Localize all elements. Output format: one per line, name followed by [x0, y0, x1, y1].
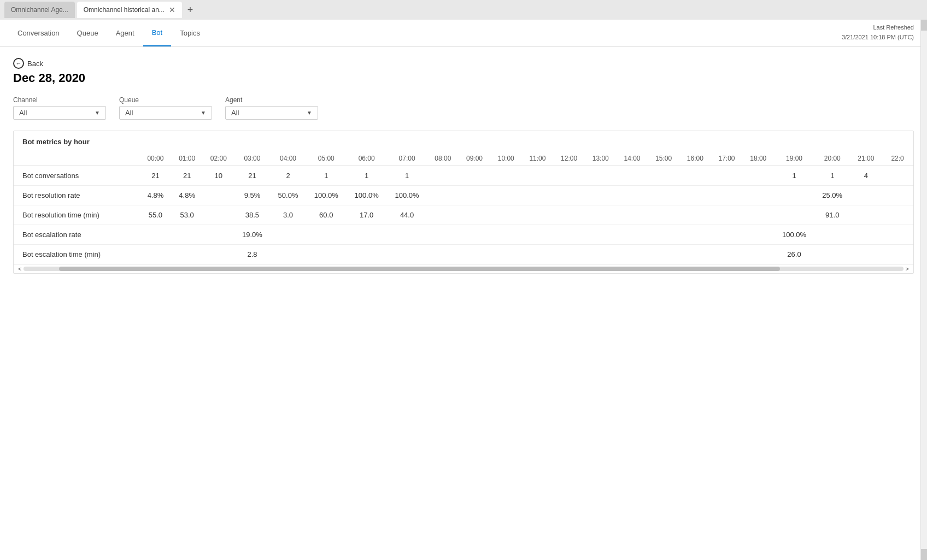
browser-tabs-bar: Omnichannel Age... Omnichannel historica… [0, 0, 927, 20]
cell-r3-c9 [459, 225, 490, 245]
cell-r2-c13 [585, 205, 617, 225]
cell-r2-c16 [679, 205, 711, 225]
cell-r0-c15 [648, 166, 679, 186]
cell-r1-c1: 4.8% [171, 186, 203, 205]
cell-r2-c9 [459, 205, 490, 225]
tab-omnichannel-agent[interactable]: Omnichannel Age... [4, 2, 75, 18]
nav-item-bot[interactable]: Bot [143, 20, 172, 46]
cell-r0-c20: 1 [814, 166, 850, 186]
cell-r2-c20: 91.0 [814, 205, 850, 225]
cell-r0-c6: 1 [347, 166, 387, 186]
table-scroll-wrapper[interactable]: 00:0001:0002:0003:0004:0005:0006:0007:00… [14, 151, 913, 264]
cell-r1-c6: 100.0% [347, 186, 387, 205]
cell-r4-c22 [882, 245, 913, 264]
table-header-hour-14: 14:00 [617, 151, 648, 166]
cell-r1-c11 [522, 186, 554, 205]
cell-r3-c12 [553, 225, 585, 245]
cell-r3-c18 [742, 225, 774, 245]
cell-r1-c2 [203, 186, 234, 205]
queue-filter-label: Queue [119, 96, 212, 104]
cell-r4-c9 [459, 245, 490, 264]
table-header-hour-4: 04:00 [270, 151, 306, 166]
cell-r3-c16 [679, 225, 711, 245]
cell-r1-c7: 100.0% [387, 186, 427, 205]
nav-item-topics[interactable]: Topics [171, 20, 209, 46]
table-header-hour-11: 11:00 [522, 151, 554, 166]
nav-item-queue[interactable]: Queue [68, 20, 107, 46]
cell-r1-c18 [742, 186, 774, 205]
back-button[interactable]: ← Back [13, 58, 914, 69]
cell-r0-c18 [742, 166, 774, 186]
cell-r0-c12 [553, 166, 585, 186]
cell-r3-c7 [387, 225, 427, 245]
cell-r1-c19 [774, 186, 814, 205]
new-tab-button[interactable]: + [184, 4, 197, 16]
cell-r2-c3: 38.5 [234, 205, 271, 225]
table-header-hour-10: 10:00 [490, 151, 522, 166]
cell-r4-c10 [490, 245, 522, 264]
cell-r0-c16 [679, 166, 711, 186]
horizontal-scrollbar[interactable]: < > [14, 264, 913, 273]
agent-filter-select[interactable]: All ▼ [225, 106, 318, 120]
cell-r4-c20 [814, 245, 850, 264]
queue-filter-group: Queue All ▼ [119, 96, 212, 120]
queue-filter-select[interactable]: All ▼ [119, 106, 212, 120]
cell-r0-c7: 1 [387, 166, 427, 186]
cell-r3-c0 [140, 225, 172, 245]
cell-r0-c2: 10 [203, 166, 234, 186]
cell-r3-c21 [850, 225, 882, 245]
table-header-hour-9: 09:00 [459, 151, 490, 166]
scrollbar-thumb-bottom [921, 549, 927, 560]
table-row: Bot resolution rate4.8%4.8%9.5%50.0%100.… [14, 186, 913, 205]
cell-r3-c17 [711, 225, 743, 245]
last-refreshed-info: Last Refreshed 3/21/2021 10:18 PM (UTC) [842, 23, 914, 42]
cell-r2-c11 [522, 205, 554, 225]
cell-r2-c4: 3.0 [270, 205, 306, 225]
main-page: Conversation Queue Agent Bot Topics Last… [0, 20, 927, 560]
cell-r2-c14 [617, 205, 648, 225]
table-header-hour-19: 19:00 [774, 151, 814, 166]
cell-r1-c12 [553, 186, 585, 205]
table-header-metric [14, 151, 140, 166]
nav-item-conversation[interactable]: Conversation [9, 20, 68, 46]
table-row: Bot resolution time (min)55.053.038.53.0… [14, 205, 913, 225]
cell-r0-c21: 4 [850, 166, 882, 186]
cell-r3-c10 [490, 225, 522, 245]
cell-r4-c16 [679, 245, 711, 264]
table-header-hour-5: 05:00 [306, 151, 347, 166]
channel-filter-select[interactable]: All ▼ [13, 106, 106, 120]
scroll-left-icon[interactable]: < [18, 266, 21, 272]
cell-r1-c16 [679, 186, 711, 205]
filters-bar: Channel All ▼ Queue All ▼ Agent All ▼ [13, 96, 914, 120]
cell-r2-c17 [711, 205, 743, 225]
table-header-hour-1: 01:00 [171, 151, 203, 166]
cell-r2-c12 [553, 205, 585, 225]
metrics-card-title: Bot metrics by hour [14, 131, 913, 151]
cell-r3-c22 [882, 225, 913, 245]
scroll-right-icon[interactable]: > [906, 266, 909, 272]
cell-r4-c8 [427, 245, 459, 264]
cell-r4-c21 [850, 245, 882, 264]
cell-r4-c15 [648, 245, 679, 264]
cell-r3-c1 [171, 225, 203, 245]
cell-r4-c3: 2.8 [234, 245, 271, 264]
cell-r4-c17 [711, 245, 743, 264]
cell-r2-c2 [203, 205, 234, 225]
nav-item-agent[interactable]: Agent [107, 20, 143, 46]
scroll-track[interactable] [24, 267, 903, 271]
cell-r2-c8 [427, 205, 459, 225]
cell-r1-c14 [617, 186, 648, 205]
close-tab-icon[interactable]: ✕ [169, 6, 175, 14]
cell-r1-c4: 50.0% [270, 186, 306, 205]
cell-r0-c13 [585, 166, 617, 186]
cell-r2-c22 [882, 205, 913, 225]
cell-r2-c19 [774, 205, 814, 225]
row-label-1: Bot resolution rate [14, 186, 140, 205]
row-label-4: Bot escalation time (min) [14, 245, 140, 264]
agent-chevron-icon: ▼ [307, 110, 312, 116]
cell-r0-c5: 1 [306, 166, 347, 186]
vertical-scrollbar[interactable] [920, 20, 927, 560]
cell-r2-c1: 53.0 [171, 205, 203, 225]
cell-r0-c4: 2 [270, 166, 306, 186]
tab-omnichannel-historical[interactable]: Omnichannel historical an... ✕ [77, 2, 182, 18]
